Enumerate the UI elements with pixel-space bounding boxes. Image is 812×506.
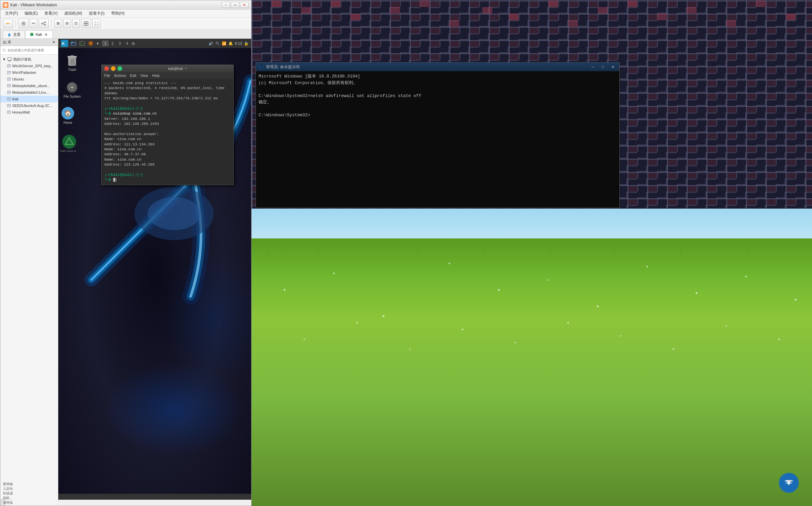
notifications-icon[interactable]: 🔔 (228, 41, 233, 46)
vm-icon-kali (7, 97, 11, 101)
term-menu-help[interactable]: Help (152, 74, 160, 78)
snapshot-button[interactable] (18, 19, 28, 28)
terminal-close-btn[interactable] (104, 66, 109, 71)
terminal-btn[interactable]: >_ (78, 40, 86, 47)
tree-item-2[interactable]: Ubuntu (0, 76, 58, 82)
svg-rect-76 (331, 0, 341, 7)
power-button[interactable] (3, 19, 13, 28)
menu-view[interactable]: 查看(V) (42, 10, 60, 17)
tree-group-header[interactable]: ▼ 我的计算机 (0, 56, 58, 63)
term-menu-edit[interactable]: Edit (130, 74, 136, 78)
undo-button[interactable]: ↩ (30, 19, 37, 28)
tree-item-6[interactable]: SEEDUbuntu9-Aug-2C... (0, 102, 58, 109)
vm-icon-2 (7, 71, 11, 74)
term-menu-file[interactable]: File (104, 74, 110, 78)
trash-icon-desktop[interactable]: Trash (62, 55, 82, 72)
restore-button[interactable]: ▭ (231, 2, 239, 8)
layout-btn[interactable]: ⊟ (132, 41, 135, 46)
filesystem-icon-desktop[interactable]: File System (62, 81, 82, 98)
vmware-window: Kali - VMware Workstation ─ ▭ ✕ 文件(F) 编辑… (0, 0, 251, 506)
lock-icon[interactable]: 🔒 (244, 41, 248, 46)
svg-point-47 (90, 43, 92, 45)
terminal-min-btn[interactable] (111, 66, 115, 71)
term-menu-actions[interactable]: Actions (114, 74, 126, 78)
svg-rect-31 (7, 85, 11, 86)
browser-btn[interactable] (87, 40, 95, 47)
terminal-max-btn[interactable] (117, 66, 122, 71)
menu-file[interactable]: 文件(F) (3, 10, 20, 17)
kali-linux-panel-item[interactable]: Kali Linux a... (60, 135, 78, 153)
term-line-6: Server: 192.168.200.1 (104, 116, 231, 121)
svg-line-119 (416, 249, 418, 257)
term-line-8 (104, 127, 231, 132)
cmd-line-0: Microsoft Windows [版本 10.0.26100.3194] (259, 73, 617, 80)
sidebar-search-input[interactable] (8, 48, 56, 52)
fullscreen-button[interactable]: ⛶ (92, 19, 101, 28)
network-icon[interactable]: 📶 (222, 41, 226, 46)
cmd-line-6: C:\Windows\System32> (259, 112, 617, 118)
svg-rect-22 (9, 60, 11, 61)
svg-rect-84 (568, 20, 578, 27)
cmd-content[interactable]: Microsoft Windows [版本 10.0.26100.3194] (… (256, 71, 619, 207)
svg-line-121 (548, 248, 550, 256)
tree-item-kali[interactable]: Kali (0, 96, 58, 102)
menu-vm[interactable]: 虚拟机(M) (62, 10, 84, 17)
tab-home[interactable]: 主页 (3, 30, 25, 38)
svg-line-122 (614, 246, 616, 253)
cmd-line-1: (c) Microsoft Corporation。保留所有权利。 (259, 80, 617, 86)
svg-rect-77 (350, 14, 361, 20)
svg-rect-21 (8, 58, 12, 60)
workspace-3[interactable]: 3 (116, 40, 123, 47)
svg-rect-87 (657, 14, 667, 20)
tree-item-1[interactable]: WinXPattacker (0, 69, 58, 76)
menu-help[interactable]: 帮助(H) (109, 10, 127, 17)
workspace-1[interactable]: 1 (102, 40, 109, 47)
sidebar-close[interactable]: ✕ (52, 40, 55, 45)
terminal-content[interactable]: --- baidu.com ping statistics --- 4 pack… (102, 79, 233, 185)
kali-desktop[interactable]: Trash (58, 48, 251, 500)
cmd-maximize-btn[interactable]: □ (599, 64, 607, 70)
view-button-3[interactable]: ⊡ (72, 19, 80, 28)
workspace-4[interactable]: 4 (124, 40, 130, 47)
workspace-2[interactable]: 2 (109, 40, 116, 47)
audio-icon[interactable]: 🔊 (209, 41, 213, 46)
close-button[interactable]: ✕ (240, 2, 248, 8)
tab-kali[interactable]: Kali ✕ (25, 30, 53, 38)
kali-area[interactable]: K (58, 39, 251, 506)
cmd-close-btn[interactable]: ✕ (609, 64, 617, 70)
cmd-line-4: 确定。 (259, 99, 617, 106)
tree-item-0[interactable]: Win2kServer_SP0_targ... (0, 63, 58, 69)
cmd-window[interactable]: C:\ 管理员: 命令提示符 ─ □ ✕ Microsoft Windows [… (256, 62, 620, 208)
svg-rect-89 (726, 20, 736, 27)
filemanager-btn[interactable] (70, 40, 78, 47)
library-icon (3, 41, 6, 44)
svg-line-115 (268, 250, 270, 257)
terminal-window[interactable]: kali@kali: ~ File Actions Edit View Help… (101, 65, 234, 185)
svg-line-124 (746, 247, 749, 254)
view-button-2[interactable]: ⊟ (63, 19, 71, 28)
kali-systray: 🔊 🔌 📶 🔔 8:13 🔒 (209, 41, 248, 46)
home-panel-item[interactable]: 🏠 Home (62, 107, 74, 124)
svg-rect-75 (301, 7, 311, 14)
svg-point-53 (71, 86, 73, 88)
tree-group-my-computer: ▼ 我的计算机 Win2kServer_SP0_tar (0, 56, 58, 115)
cmd-minimize-btn[interactable]: ─ (589, 64, 597, 70)
menu-tabs[interactable]: 选项卡(I) (87, 10, 106, 17)
view-button-4[interactable] (81, 19, 91, 28)
tree-item-7[interactable]: HoneyWall (0, 109, 58, 115)
menu-edit[interactable]: 编辑(E) (22, 10, 40, 17)
minimize-button[interactable]: ─ (221, 2, 230, 8)
apps-dropdown[interactable]: ▼ (96, 42, 99, 46)
view-button-1[interactable]: ⊞ (54, 19, 62, 28)
tab-kali-close[interactable]: ✕ (44, 32, 48, 37)
share-button[interactable] (39, 19, 49, 28)
bird-icon[interactable] (779, 473, 799, 493)
svg-rect-81 (482, 7, 492, 14)
kali-logo[interactable]: K (61, 40, 68, 47)
vm-icon-6 (7, 104, 11, 107)
tree-item-4[interactable]: Metasploitable2-Linu... (0, 89, 58, 96)
vmware-titlebar: Kali - VMware Workstation ─ ▭ ✕ (0, 0, 251, 10)
tree-item-3[interactable]: Metasploitable_ubunt... (0, 82, 58, 89)
term-menu-view[interactable]: View (140, 74, 148, 78)
cmd-line-2 (259, 86, 617, 93)
